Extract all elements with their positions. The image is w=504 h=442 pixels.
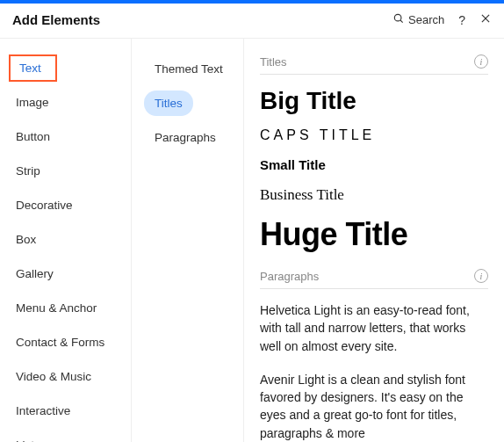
subcategory-list: Themed Text Titles Paragraphs — [132, 39, 244, 442]
category-box[interactable]: Box — [0, 226, 131, 253]
preview-pane: Titles i Big Title CAPS TITLE Small Titl… — [244, 39, 504, 442]
panel-body: Text Image Button Strip Decorative Box G… — [0, 39, 504, 442]
header-actions: Search ? — [392, 12, 492, 27]
paragraph-sample-avenir[interactable]: Avenir Light is a clean and stylish font… — [260, 371, 488, 442]
category-list: Text Image Button Strip Decorative Box G… — [0, 39, 132, 442]
close-button[interactable] — [479, 12, 492, 27]
title-sample-caps[interactable]: CAPS TITLE — [260, 127, 488, 143]
title-sample-huge[interactable]: Huge Title — [260, 216, 488, 253]
title-sample-big[interactable]: Big Title — [260, 87, 488, 115]
category-button[interactable]: Button — [0, 123, 131, 150]
panel-title: Add Elements — [12, 12, 392, 27]
category-contact-forms[interactable]: Contact & Forms — [0, 329, 131, 356]
paragraph-sample-helvetica[interactable]: Helvetica Light is an easy-to-read font,… — [260, 301, 488, 355]
section-header-titles: Titles i — [260, 54, 488, 75]
section-header-paragraphs: Paragraphs i — [260, 269, 488, 289]
search-button[interactable]: Search — [392, 12, 444, 27]
close-icon — [479, 12, 492, 27]
info-icon[interactable]: i — [474, 54, 488, 69]
category-text[interactable]: Text — [9, 54, 57, 82]
title-sample-small[interactable]: Small Title — [260, 157, 488, 172]
category-image[interactable]: Image — [0, 89, 131, 116]
svg-line-1 — [400, 20, 403, 23]
subcategory-paragraphs[interactable]: Paragraphs — [144, 125, 227, 150]
svg-point-0 — [394, 14, 401, 21]
subcategory-titles[interactable]: Titles — [144, 91, 193, 116]
section-label-paragraphs: Paragraphs — [260, 270, 319, 283]
category-gallery[interactable]: Gallery — [0, 260, 131, 287]
category-video-music[interactable]: Video & Music — [0, 363, 131, 390]
info-icon[interactable]: i — [474, 269, 488, 283]
panel-header: Add Elements Search ? — [0, 4, 504, 39]
help-button[interactable]: ? — [457, 13, 467, 27]
title-sample-business[interactable]: Business Title — [260, 186, 488, 204]
section-label-titles: Titles — [260, 55, 287, 69]
search-label: Search — [408, 13, 444, 26]
search-icon — [392, 12, 405, 27]
category-strip[interactable]: Strip — [0, 157, 131, 185]
category-interactive[interactable]: Interactive — [0, 397, 131, 424]
subcategory-themed-text[interactable]: Themed Text — [144, 56, 234, 82]
category-decorative[interactable]: Decorative — [0, 192, 131, 219]
category-list[interactable]: List — [0, 431, 131, 442]
category-menu-anchor[interactable]: Menu & Anchor — [0, 294, 131, 322]
